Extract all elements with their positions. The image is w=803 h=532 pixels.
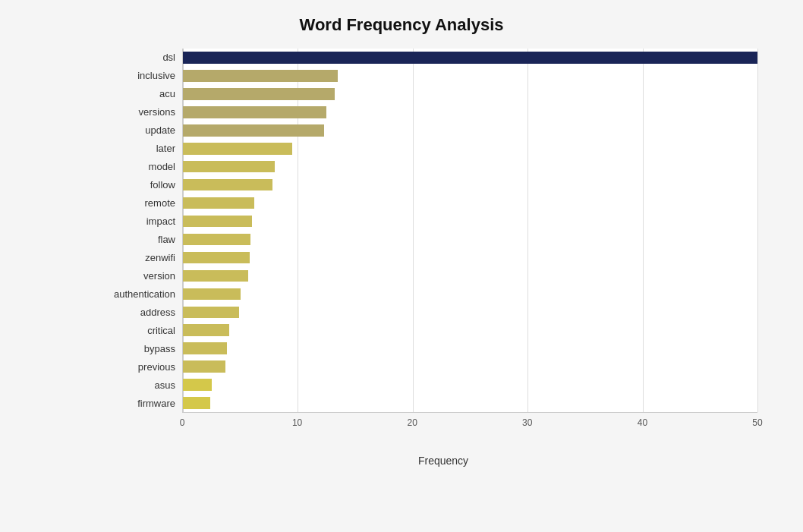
x-tick: 50 <box>752 417 762 428</box>
bar-row: flaw <box>183 231 757 249</box>
bar <box>183 124 324 137</box>
bar-label: firmware <box>99 398 183 409</box>
bar-row: critical <box>183 321 757 339</box>
bar-row: follow <box>183 176 757 194</box>
bar-label: remote <box>99 197 183 209</box>
bar <box>183 270 248 282</box>
bar-label: impact <box>99 216 183 227</box>
bar-row: remote <box>183 194 757 212</box>
bar-row: zenwifi <box>183 248 757 266</box>
bar-label: address <box>99 307 183 318</box>
chart-title: Word Frequency Analysis <box>46 15 757 35</box>
bar <box>183 161 275 173</box>
bar <box>183 252 250 264</box>
plot-area: dslinclusiveacuversionsupdatelatermodelf… <box>182 49 757 413</box>
bar-label: dsl <box>99 52 183 63</box>
bar-row: acu <box>183 85 757 103</box>
bar <box>183 216 252 228</box>
bar <box>183 324 229 336</box>
bar-label: bypass <box>99 343 183 354</box>
bar <box>183 143 292 155</box>
bar-label: zenwifi <box>99 252 183 263</box>
x-tick: 20 <box>408 417 417 428</box>
bar <box>183 52 757 64</box>
bar <box>183 342 227 354</box>
bar-label: later <box>99 143 183 154</box>
x-tick: 0 <box>180 417 185 428</box>
bar-row: model <box>183 158 757 176</box>
bar <box>183 379 212 391</box>
x-axis-label: Frequency <box>129 455 757 467</box>
bar-label: authentication <box>99 288 183 300</box>
bar-row: impact <box>183 212 757 231</box>
bar <box>183 360 225 373</box>
bar <box>183 197 254 209</box>
bar-label: version <box>99 270 183 282</box>
bar-row: firmware <box>183 394 757 412</box>
bar-label: asus <box>99 379 183 391</box>
bar-row: versions <box>183 103 757 121</box>
bar-label: previous <box>99 361 183 373</box>
chart-container: Word Frequency Analysis dslinclusiveacuv… <box>0 0 803 532</box>
bar-row: bypass <box>183 339 757 357</box>
bar-row: update <box>183 121 757 140</box>
bar-row: address <box>183 303 757 321</box>
bar-label: update <box>99 124 183 136</box>
bar-label: critical <box>99 325 183 336</box>
bar-label: versions <box>99 106 183 118</box>
x-tick: 40 <box>638 417 647 428</box>
x-tick: 10 <box>292 417 302 428</box>
bar-row: version <box>183 266 757 285</box>
bar <box>183 70 338 82</box>
bar-row: dsl <box>183 49 757 67</box>
bar <box>183 234 250 246</box>
bar-label: model <box>99 161 183 172</box>
bar-row: authentication <box>183 285 757 303</box>
bar <box>183 106 326 118</box>
bar-label: follow <box>99 179 183 190</box>
bar <box>183 179 272 191</box>
bar-row: asus <box>183 376 757 394</box>
bar-row: previous <box>183 357 757 376</box>
x-axis: 01020304050 <box>182 414 757 433</box>
bar-label: acu <box>99 88 183 99</box>
bar <box>183 307 239 319</box>
x-tick: 30 <box>522 417 532 428</box>
bar-row: later <box>183 140 757 158</box>
bar-label: inclusive <box>99 70 183 81</box>
bar-row: inclusive <box>183 67 757 85</box>
bar <box>183 88 335 100</box>
bar-label: flaw <box>99 234 183 245</box>
bar <box>183 397 210 409</box>
bar <box>183 288 241 301</box>
